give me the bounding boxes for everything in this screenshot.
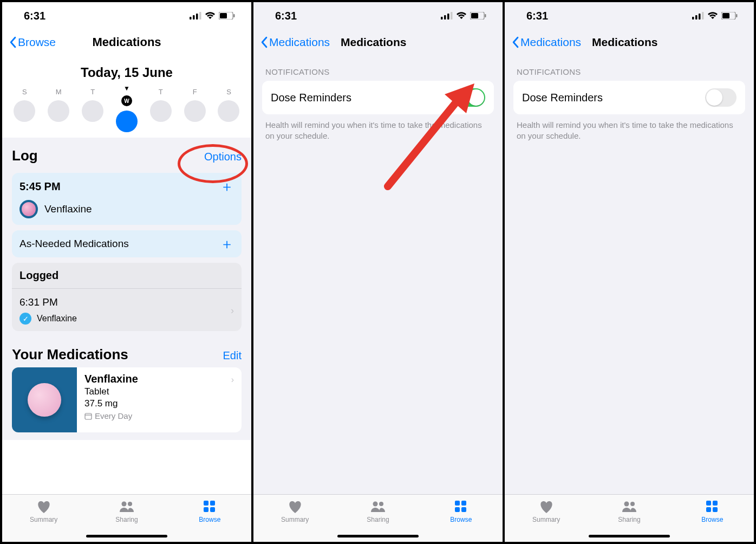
status-bar: 6:31	[505, 2, 754, 29]
back-label: Medications	[520, 36, 581, 49]
svg-rect-11	[204, 501, 208, 506]
tab-bar: Summary Sharing Browse	[253, 494, 503, 542]
heart-icon	[538, 499, 555, 514]
svg-rect-29	[461, 507, 466, 512]
svg-rect-28	[455, 507, 460, 512]
svg-rect-26	[455, 501, 460, 506]
dose-reminders-toggle[interactable]	[454, 88, 485, 107]
calendar-day[interactable]: F	[184, 88, 206, 132]
back-button[interactable]: Medications	[260, 36, 330, 49]
notifications-footer: Health will remind you when it's time to…	[505, 114, 754, 147]
svg-rect-0	[190, 17, 192, 20]
svg-rect-36	[736, 14, 738, 17]
medication-thumbnail	[12, 367, 77, 432]
tab-sharing[interactable]: Sharing	[605, 499, 654, 523]
svg-rect-7	[85, 413, 92, 419]
home-indicator[interactable]	[337, 535, 419, 537]
calendar-day[interactable]: S	[14, 88, 35, 132]
logged-entry[interactable]: 6:31 PM ✓ Venflaxine ›	[19, 295, 234, 325]
battery-icon	[721, 12, 738, 20]
svg-rect-20	[471, 13, 478, 18]
tab-label: Browse	[450, 516, 472, 523]
logged-heading: Logged	[19, 269, 58, 282]
calendar-today-badge: W	[121, 95, 132, 106]
medication-schedule: Every Day	[84, 411, 234, 420]
back-button[interactable]: Medications	[511, 36, 581, 49]
tab-sharing[interactable]: Sharing	[354, 499, 402, 523]
log-heading: Log	[12, 147, 38, 164]
page-title: Medications	[341, 36, 406, 49]
tab-summary[interactable]: Summary	[271, 499, 320, 523]
calendar-day[interactable]: T	[82, 88, 103, 132]
as-needed-card[interactable]: As-Needed Medications ＋	[12, 230, 242, 257]
medication-name: Venflaxine	[44, 203, 92, 215]
logged-card: Logged 6:31 PM ✓ Venflaxine ›	[12, 263, 242, 331]
svg-rect-31	[695, 15, 698, 20]
svg-rect-6	[233, 14, 235, 17]
back-button[interactable]: Browse	[9, 36, 56, 49]
status-bar: 6:31	[253, 2, 503, 29]
calendar-day-label: T	[90, 88, 95, 96]
calendar-week-strip[interactable]: S M T ▼ W T F S	[2, 88, 251, 138]
svg-rect-14	[210, 507, 215, 512]
calendar-day-dot	[218, 100, 239, 122]
chevron-left-icon	[9, 36, 17, 48]
calendar-today-arrow-icon: ▼	[123, 85, 130, 92]
calendar-day-dot	[48, 100, 69, 122]
wifi-icon	[707, 12, 718, 20]
home-indicator[interactable]	[589, 535, 670, 537]
calendar-day-label: S	[226, 88, 231, 96]
status-right	[190, 12, 235, 20]
edit-button[interactable]: Edit	[223, 349, 242, 362]
options-button[interactable]: Options	[204, 151, 242, 163]
svg-rect-12	[210, 501, 215, 506]
tab-browse[interactable]: Browse	[185, 499, 234, 523]
medication-card[interactable]: Venflaxine Tablet 37.5 mg Every Day ›	[12, 367, 242, 432]
nav-bar: Medications Medications	[505, 29, 754, 55]
calendar-day[interactable]: T	[150, 88, 172, 132]
calendar-day[interactable]: M	[48, 88, 69, 132]
calendar-day[interactable]: S	[218, 88, 239, 132]
tab-summary[interactable]: Summary	[19, 499, 68, 523]
tab-label: Sharing	[367, 516, 389, 523]
home-indicator[interactable]	[86, 535, 167, 537]
heart-icon	[287, 499, 303, 514]
calendar-day-today[interactable]: ▼ W	[116, 88, 138, 132]
page-title: Medications	[92, 35, 161, 49]
tab-browse[interactable]: Browse	[688, 499, 737, 523]
dose-reminders-toggle[interactable]	[705, 88, 737, 107]
svg-rect-18	[451, 12, 453, 20]
svg-rect-15	[441, 17, 443, 20]
add-as-needed-button[interactable]: ＋	[220, 237, 234, 251]
svg-rect-42	[713, 507, 718, 512]
svg-rect-39	[706, 501, 711, 506]
your-medications-header: Your Medications Edit	[2, 336, 251, 367]
cellular-signal-icon	[692, 12, 704, 20]
nav-bar: Medications Medications	[253, 29, 503, 55]
svg-point-24	[373, 502, 377, 507]
add-dose-button[interactable]: ＋	[220, 179, 234, 193]
scheduled-dose-card[interactable]: 5:45 PM ＋ Venflaxine	[12, 173, 242, 225]
svg-point-38	[630, 502, 635, 506]
wifi-icon	[205, 12, 216, 20]
svg-point-37	[624, 502, 629, 507]
svg-rect-40	[713, 501, 718, 506]
your-medications-heading: Your Medications	[12, 346, 128, 363]
tab-summary[interactable]: Summary	[522, 499, 571, 523]
svg-rect-1	[193, 15, 195, 20]
svg-rect-21	[485, 14, 486, 17]
tab-browse[interactable]: Browse	[436, 499, 485, 523]
dose-time: 5:45 PM	[19, 180, 61, 193]
svg-rect-13	[204, 507, 208, 512]
calendar-day-dot	[82, 100, 103, 122]
as-needed-label: As-Needed Medications	[19, 238, 129, 250]
tab-label: Browse	[701, 516, 723, 523]
tab-sharing[interactable]: Sharing	[102, 499, 151, 523]
notifications-group-header: NOTIFICATIONS	[505, 55, 754, 81]
dose-reminders-label: Dose Reminders	[522, 92, 603, 104]
back-label: Medications	[269, 36, 330, 49]
calendar-day-label: M	[56, 88, 62, 96]
check-icon: ✓	[19, 313, 31, 325]
tab-label: Summary	[281, 516, 309, 523]
battery-icon	[219, 12, 235, 20]
